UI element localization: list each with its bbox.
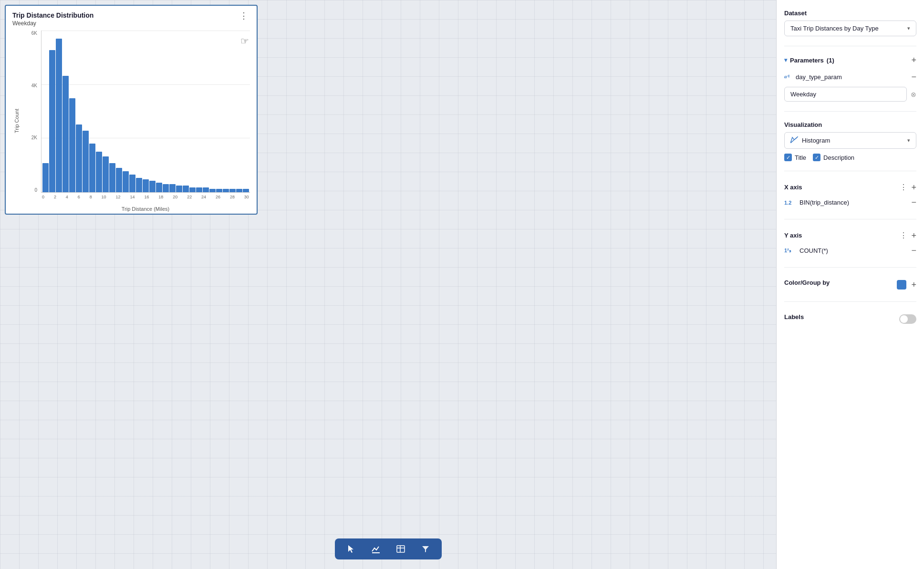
cursor-tool-button[interactable]	[343, 542, 360, 556]
bar-25	[209, 189, 216, 192]
x-tick-14: 14	[130, 195, 135, 199]
x-tick-4: 4	[66, 195, 68, 199]
divider-1	[784, 46, 916, 46]
param-type-icon: a c	[784, 72, 792, 82]
title-checkbox[interactable]: ✓	[784, 154, 792, 161]
bar-7	[89, 144, 95, 192]
divider-3	[784, 171, 916, 171]
y-field-remove-button[interactable]: −	[911, 246, 916, 256]
x-tick-30: 30	[244, 195, 249, 199]
parameters-section: ▾ Parameters (1) + a c day_type_param − …	[784, 56, 916, 102]
parameters-add-button[interactable]: +	[911, 56, 916, 64]
parameter-clear-button[interactable]: ⊗	[911, 91, 916, 98]
bar-8	[96, 152, 102, 192]
canvas-area: Trip Distance Distribution Weekday ⋮ ☞ T…	[0, 0, 776, 569]
visualization-type-arrow-icon: ▾	[907, 137, 910, 144]
color-group-add-button[interactable]: +	[911, 280, 916, 289]
description-check-icon: ✓	[815, 155, 819, 161]
dataset-dropdown-arrow-icon: ▾	[907, 25, 910, 31]
x-tick-12: 12	[116, 195, 121, 199]
parameter-value-select[interactable]: Weekday	[784, 87, 907, 102]
x-axis-more-button[interactable]: ⋮	[900, 183, 907, 192]
x-tick-16: 16	[144, 195, 149, 199]
collapse-icon[interactable]: ▾	[784, 57, 787, 63]
bar-5	[76, 124, 82, 192]
y-axis-more-button[interactable]: ⋮	[900, 231, 907, 240]
chart-card: Trip Distance Distribution Weekday ⋮ ☞ T…	[5, 5, 258, 215]
bar-17	[156, 183, 162, 192]
bar-27	[223, 189, 229, 192]
bar-2	[56, 39, 62, 192]
visualization-type-text: Histogram	[802, 137, 830, 144]
bar-0	[42, 163, 49, 192]
x-field-type-badge: 1.2	[784, 200, 796, 206]
table-tool-button[interactable]	[392, 542, 409, 556]
parameter-row: a c day_type_param −	[784, 69, 916, 85]
x-axis-add-button[interactable]: +	[911, 183, 916, 192]
x-tick-26: 26	[216, 195, 220, 199]
bar-10	[109, 163, 115, 192]
bar-30	[243, 189, 249, 192]
labels-row: Labels	[784, 311, 916, 326]
description-checkbox-item: ✓ Description	[813, 154, 854, 161]
x-tick-8: 8	[90, 195, 92, 199]
visualization-type-dropdown[interactable]: Histogram ▾	[784, 132, 916, 149]
visualization-section: Visualization Histogram ▾ ✓ Title	[784, 121, 916, 161]
x-tick-6: 6	[78, 195, 80, 199]
bar-14	[136, 178, 142, 193]
x-tick-0: 0	[42, 195, 44, 199]
x-tick-18: 18	[158, 195, 163, 199]
divider-2	[784, 111, 916, 112]
dataset-dropdown[interactable]: Taxi Trip Distances by Day Type ▾	[784, 21, 916, 36]
toggle-knob	[900, 315, 908, 323]
chart-inner: 6K 4K 2K 0	[23, 31, 250, 212]
filter-tool-button[interactable]	[417, 542, 434, 556]
x-axis-ticks: 0 2 4 6 8 10 12 14 16 18 20 22 24 26	[41, 195, 250, 204]
bar-9	[103, 156, 109, 192]
title-checkbox-label: Title	[795, 154, 806, 161]
bar-16	[149, 181, 156, 192]
bar-4	[69, 98, 75, 192]
histogram-icon	[790, 136, 798, 145]
parameters-count: (1)	[827, 57, 834, 64]
x-field-name: BIN(trip_distance)	[799, 199, 849, 206]
bar-12	[123, 171, 129, 192]
x-axis-header: X axis ⋮ +	[784, 183, 916, 192]
svg-text:c: c	[788, 73, 790, 78]
parameter-remove-button[interactable]: −	[911, 72, 916, 82]
dataset-label: Dataset	[784, 10, 916, 17]
bar-21	[183, 186, 189, 192]
title-checkbox-item: ✓ Title	[784, 154, 806, 161]
x-axis-field-left: 1.2 BIN(trip_distance)	[784, 199, 849, 206]
x-axis-section: X axis ⋮ + 1.2 BIN(trip_distance) −	[784, 183, 916, 209]
svg-text:a: a	[784, 73, 787, 79]
labels-label: Labels	[784, 313, 804, 321]
parameter-name: a c day_type_param	[784, 72, 842, 82]
y-axis-actions: ⋮ +	[900, 231, 916, 240]
description-checkbox[interactable]: ✓	[813, 154, 820, 161]
y-axis-field-left: 1²₃ COUNT(*)	[784, 247, 828, 254]
chart-card-header: Trip Distance Distribution Weekday ⋮	[12, 11, 250, 27]
bar-19	[169, 184, 176, 192]
x-tick-10: 10	[102, 195, 106, 199]
y-tick-2k: 2K	[31, 135, 37, 140]
chart-menu-button[interactable]: ⋮	[238, 11, 250, 20]
bar-15	[143, 179, 149, 192]
svg-marker-6	[790, 136, 798, 143]
labels-toggle[interactable]	[899, 314, 916, 324]
parameter-value-row: Weekday ⊗	[784, 87, 916, 102]
x-tick-28: 28	[230, 195, 235, 199]
bar-1	[49, 50, 55, 192]
bar-28	[229, 189, 236, 192]
chart-body: Trip Count 6K 4K 2K 0	[12, 31, 250, 212]
line-chart-tool-button[interactable]	[367, 542, 384, 556]
divider-6	[784, 301, 916, 302]
bars-container	[42, 31, 250, 192]
x-field-remove-button[interactable]: −	[911, 197, 916, 207]
y-axis-add-button[interactable]: +	[911, 231, 916, 240]
parameter-name-text: day_type_param	[796, 73, 842, 81]
color-swatch[interactable]	[897, 280, 906, 290]
y-axis-label: Trip Count	[12, 31, 21, 212]
visualization-label: Visualization	[784, 121, 916, 128]
chart-titles: Trip Distance Distribution Weekday	[12, 11, 93, 27]
